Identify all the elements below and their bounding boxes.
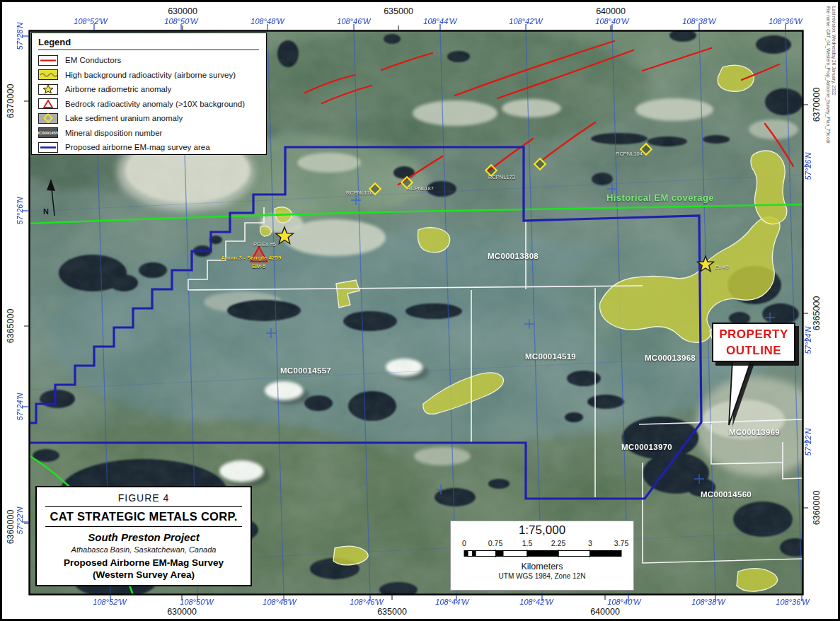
triangle-icon: [38, 98, 58, 109]
left-utm-label: 6360000: [6, 510, 16, 545]
bottom-lon-label: 108°40'W: [607, 598, 640, 606]
top-utm-label: 640000: [596, 6, 626, 16]
left-lat-label: 57°28'N: [16, 23, 24, 50]
bottom-lon-label: 108°42'W: [519, 598, 553, 606]
top-lon-label: 108°40'W: [595, 17, 628, 25]
legend-item-label: Bedrock radioactivity anomaly (>10X back…: [65, 100, 245, 108]
lake-sediment-label: RCPNL176: [346, 190, 373, 196]
right-utm-label: 6365000: [812, 296, 822, 331]
title-block: FIGURE 4 CAT STRATEGIC METALS CORP. Sout…: [35, 486, 252, 586]
legend-divider: [38, 50, 259, 50]
survey-title: Proposed Airborne EM-Mag Survey (Western…: [37, 557, 251, 581]
scale-tick-labels: 0 0.75 1.5 2.25 3 3.75: [451, 539, 633, 548]
legend-row-bedrock-anomaly: Bedrock radioactivity anomaly (>10X back…: [38, 97, 259, 112]
top-utm-label: 630000: [168, 6, 197, 16]
bottom-lon-label: 108°50'W: [180, 598, 213, 606]
claim-label: MC00014519: [525, 352, 576, 361]
left-lat-label: 57°26'N: [16, 197, 24, 225]
top-utm-label: 635000: [384, 6, 413, 16]
top-lon-label: 108°36'W: [769, 17, 802, 25]
top-lon-label: 108°48'W: [251, 17, 284, 25]
lake-sediment-label: RCPNL173: [488, 174, 515, 180]
title-divider: [45, 526, 242, 527]
bottom-lon-label: 108°52'W: [93, 598, 126, 606]
legend-item-label: Mineral disposition number: [65, 129, 162, 137]
legend-row-em-conductors: EM Conductors: [38, 53, 259, 68]
claim-label: MC00014557: [280, 366, 331, 375]
legend-title: Legend: [38, 37, 259, 47]
scale-tick: 0: [462, 539, 466, 547]
scale-units: Kilometers: [451, 562, 633, 571]
star-icon: [38, 84, 58, 95]
north-arrow-letter: N: [43, 207, 49, 216]
bottom-lon-label: 108°46'W: [350, 598, 383, 606]
star-anomaly-label: PG Ex #5: [253, 241, 276, 248]
top-lon-label: 108°42'W: [509, 17, 542, 25]
figure-number: FIGURE 4: [37, 492, 251, 504]
right-lat-label: 57°22'N: [804, 429, 812, 456]
scale-tick: 1.5: [522, 539, 533, 547]
bedrock-anomaly-label: Anom 3 - Sample 4259: [221, 255, 282, 261]
bedrock-anomaly-label: BM-5: [252, 263, 266, 269]
project-location: Athabasca Basin, Saskatchewan, Canada: [37, 545, 251, 554]
file-name-note: File name: CAT_04_Western_Prop_Airborne_…: [826, 6, 831, 144]
claim-label: MC00013808: [488, 252, 539, 260]
top-lon-label: 108°50'W: [164, 17, 197, 25]
scale-box: 1:75,000 0 0.75 1.5 2.25 3 3.75 Kilomete…: [450, 521, 634, 591]
survey-title-line2: (Western Survey Area): [37, 569, 251, 581]
claim-label: MC00013968: [645, 354, 696, 362]
legend-row-disposition-number: MC00014557 Mineral disposition number: [38, 126, 259, 141]
scale-tick: 0.75: [488, 539, 502, 547]
legend-row-radiometric-anomaly: Airborne radiometric anomaly: [38, 82, 259, 97]
diamond-icon: [38, 113, 58, 124]
em-conductor-line-icon: [38, 55, 58, 66]
lake-sediment-label: RCPNL187: [407, 185, 434, 192]
bottom-lon-label: 108°36'W: [776, 598, 809, 606]
disposition-number-chip: MC00014557: [38, 127, 58, 138]
legend-row-lake-sediment: Lake sediment uranium anomaly: [38, 111, 259, 126]
right-lat-label: 57°26'N: [804, 153, 812, 180]
map-page: 630000 635000 640000 108°52'W 108°50'W 1…: [0, 0, 840, 621]
scale-datum: UTM WGS 1984, Zone 12N: [451, 572, 633, 580]
property-outline-line2: OUTLINE: [713, 343, 794, 359]
lake-sediment-label: RCPNL104: [616, 151, 643, 157]
top-lon-label: 108°46'W: [337, 17, 370, 25]
top-lon-label: 108°44'W: [423, 17, 456, 25]
legend-row-survey-area: Proposed airborne EM-mag survey area: [38, 140, 259, 155]
left-utm-label: 6370000: [6, 84, 16, 119]
survey-title-line1: Proposed Airborne EM-Mag Survey: [37, 557, 251, 569]
scale-tick: 3.75: [614, 539, 628, 547]
claim-label: MC00014560: [701, 490, 752, 499]
project-name: South Preston Project: [37, 531, 251, 543]
scale-bar: [451, 550, 633, 558]
bottom-utm-label: 635000: [377, 607, 407, 617]
survey-area-line-icon: [38, 142, 58, 153]
radioactivity-swatch-icon: [38, 69, 58, 80]
legend-item-label: EM Conductors: [65, 56, 121, 64]
legend-box: Legend EM Conductors High background rad…: [31, 33, 267, 155]
right-utm-label: 6360000: [812, 491, 822, 526]
star-anomaly-label: Ex #9: [715, 264, 728, 270]
left-lat-label: 57°22'N: [16, 507, 24, 535]
left-utm-label: 6365000: [6, 309, 16, 344]
bottom-utm-label: 630000: [167, 607, 197, 617]
bottom-lon-label: 108°38'W: [691, 598, 725, 606]
right-lat-label: 57°24'N: [804, 327, 812, 354]
legend-item-label: Airborne radiometric anomaly: [65, 85, 171, 93]
legend-item-label: High background radioactivity (airborne …: [65, 71, 236, 79]
bottom-lon-label: 108°48'W: [263, 598, 296, 606]
legend-item-label: Lake sediment uranium anomaly: [65, 114, 183, 122]
legend-row-radioactivity: High background radioactivity (airborne …: [38, 68, 259, 83]
scale-tick: 3: [588, 539, 592, 547]
top-lon-label: 108°52'W: [74, 17, 107, 25]
bottom-utm-label: 640000: [590, 607, 620, 617]
last-revision-note: Last revision: Wednesday 26 January, 202…: [832, 6, 836, 95]
scale-ratio: 1:75,000: [451, 523, 633, 538]
left-lat-label: 57°24'N: [16, 393, 24, 421]
top-lon-label: 108°38'W: [682, 17, 715, 25]
claim-label: MC00013969: [729, 428, 780, 436]
company-name: CAT STRATEGIC METALS CORP.: [37, 510, 251, 523]
title-divider: [45, 506, 242, 507]
historical-em-coverage-label: Historical EM coverage: [606, 192, 714, 203]
legend-item-label: Proposed airborne EM-mag survey area: [65, 143, 210, 151]
